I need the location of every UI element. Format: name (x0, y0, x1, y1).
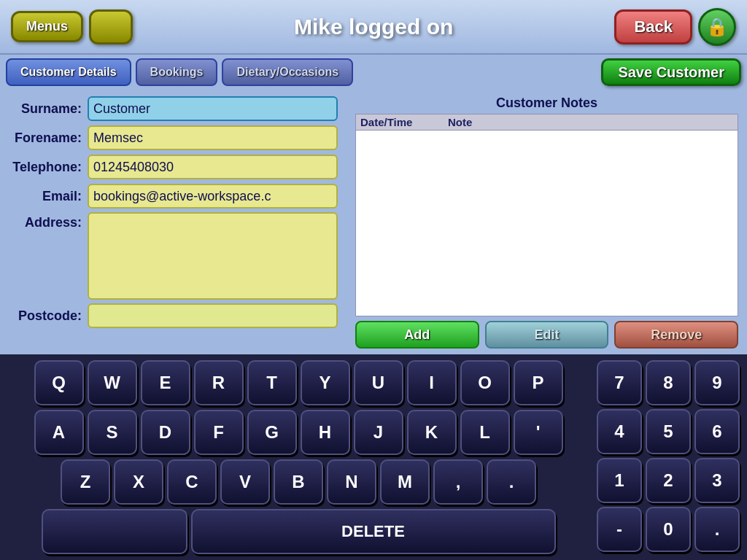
key-3[interactable]: 3 (694, 458, 740, 503)
notes-table-body (355, 131, 738, 316)
key-b[interactable]: B (274, 459, 323, 505)
key-decimal[interactable]: . (694, 507, 740, 552)
key-4[interactable]: 4 (597, 409, 642, 454)
key-period[interactable]: . (487, 459, 536, 505)
key-2[interactable]: 2 (646, 458, 691, 503)
postcode-row: Postcode: (9, 303, 338, 329)
key-space[interactable] (42, 509, 187, 554)
add-note-button[interactable]: Add (355, 321, 479, 349)
key-l[interactable]: L (460, 410, 510, 455)
key-minus[interactable]: - (597, 507, 642, 552)
postcode-label: Postcode: (9, 308, 82, 324)
notes-actions: Add Edit Remove (355, 321, 738, 349)
key-a[interactable]: A (34, 410, 84, 455)
menus-button[interactable]: Menus (11, 11, 83, 42)
forename-label: Forename: (9, 131, 82, 146)
keyboard-area: Q W E R T Y U I O P A S D F G H J K (0, 354, 747, 560)
form-area: Surname: Forename: Telephone: Email: Add… (0, 90, 347, 354)
lock-icon: 🔒 (706, 17, 728, 37)
key-n[interactable]: N (327, 459, 376, 505)
key-i[interactable]: I (407, 360, 457, 405)
content-wrapper: Surname: Forename: Telephone: Email: Add… (0, 90, 747, 560)
key-z[interactable]: Z (61, 459, 110, 505)
tab-dietary-occasions[interactable]: Dietary/Occasions (222, 58, 353, 86)
key-k[interactable]: K (407, 410, 457, 455)
header: Menus Mike logged on Back 🔒 (0, 0, 747, 55)
key-j[interactable]: J (354, 410, 403, 455)
key-d[interactable]: D (141, 410, 190, 455)
email-input[interactable] (88, 184, 338, 209)
tab-bar: Customer Details Bookings Dietary/Occasi… (0, 55, 747, 90)
telephone-row: Telephone: (9, 154, 338, 180)
notes-table-header: Date/Time Note (355, 114, 738, 131)
key-f[interactable]: F (194, 410, 244, 455)
edit-note-button[interactable]: Edit (485, 321, 609, 349)
yellow-square-button[interactable] (89, 9, 133, 44)
key-comma[interactable]: , (433, 459, 483, 505)
address-label: Address: (9, 212, 82, 230)
address-input[interactable] (88, 212, 338, 300)
key-1[interactable]: 1 (597, 458, 642, 503)
numpad: 7 8 9 4 5 6 1 2 3 - 0 . (597, 360, 740, 552)
notes-col-datetime-header: Date/Time (360, 116, 448, 128)
telephone-input[interactable] (88, 155, 338, 179)
keyboard-row-1: Q W E R T Y U I O P (7, 360, 589, 405)
address-row: Address: (9, 212, 338, 300)
key-c[interactable]: C (167, 459, 217, 505)
surname-input[interactable] (88, 96, 338, 121)
key-7[interactable]: 7 (597, 360, 642, 405)
back-button[interactable]: Back (614, 9, 692, 44)
surname-row: Surname: (9, 96, 338, 122)
key-r[interactable]: R (194, 360, 244, 405)
tab-customer-details[interactable]: Customer Details (6, 58, 131, 86)
keyboard-row-2: A S D F G H J K L ' (7, 410, 589, 455)
remove-note-button[interactable]: Remove (614, 321, 738, 349)
key-o[interactable]: O (460, 360, 510, 405)
key-y[interactable]: Y (301, 360, 350, 405)
keyboard-row-4: DELETE (7, 509, 589, 554)
key-6[interactable]: 6 (694, 409, 740, 454)
email-label: Email: (9, 189, 82, 204)
notes-col-note-header: Note (448, 116, 733, 128)
keyboard-row-3: Z X C V B N M , . (7, 459, 589, 505)
tab-bookings[interactable]: Bookings (136, 58, 218, 86)
key-v[interactable]: V (220, 459, 270, 505)
save-customer-button[interactable]: Save Customer (601, 58, 741, 86)
key-delete[interactable]: DELETE (191, 509, 556, 554)
notes-area: Customer Notes Date/Time Note Add Edit R… (347, 90, 747, 354)
surname-label: Surname: (9, 101, 82, 117)
key-0[interactable]: 0 (646, 507, 691, 552)
postcode-input[interactable] (88, 303, 338, 328)
key-q[interactable]: Q (34, 360, 84, 405)
header-title: Mike logged on (133, 15, 614, 39)
key-g[interactable]: G (247, 410, 297, 455)
key-5[interactable]: 5 (646, 409, 691, 454)
keyboard-main: Q W E R T Y U I O P A S D F G H J K (7, 360, 589, 554)
key-apostrophe[interactable]: ' (514, 410, 563, 455)
lock-button[interactable]: 🔒 (698, 8, 736, 46)
key-9[interactable]: 9 (694, 360, 740, 405)
forename-input[interactable] (88, 125, 338, 150)
key-x[interactable]: X (114, 459, 163, 505)
key-u[interactable]: U (354, 360, 403, 405)
key-m[interactable]: M (380, 459, 430, 505)
key-p[interactable]: P (514, 360, 563, 405)
key-s[interactable]: S (88, 410, 137, 455)
key-w[interactable]: W (88, 360, 137, 405)
key-8[interactable]: 8 (646, 360, 691, 405)
header-right: Back 🔒 (614, 8, 736, 46)
header-left: Menus (11, 9, 133, 44)
email-row: Email: (9, 183, 338, 209)
middle-section: Surname: Forename: Telephone: Email: Add… (0, 90, 747, 354)
telephone-label: Telephone: (9, 160, 82, 175)
notes-title: Customer Notes (355, 96, 738, 111)
key-e[interactable]: E (141, 360, 190, 405)
key-t[interactable]: T (247, 360, 297, 405)
forename-row: Forename: (9, 125, 338, 151)
key-h[interactable]: H (301, 410, 350, 455)
